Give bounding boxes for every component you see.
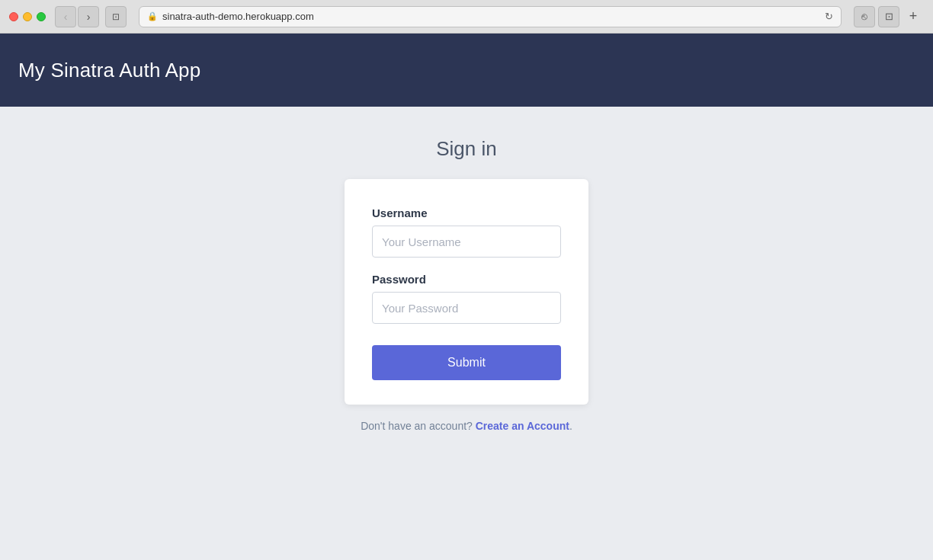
app-title: My Sinatra Auth App (18, 59, 200, 82)
address-bar[interactable]: 🔒 sinatra-auth-demo.herokuapp.com ↻ (139, 6, 842, 27)
sign-in-heading: Sign in (436, 137, 497, 161)
reader-view-button[interactable]: ⊡ (105, 6, 127, 27)
reload-button[interactable]: ↻ (825, 11, 833, 22)
back-button[interactable]: ‹ (55, 6, 76, 27)
add-tab-button[interactable]: + (903, 6, 924, 27)
forward-icon: › (87, 11, 91, 23)
submit-button[interactable]: Submit (372, 345, 561, 380)
username-group: Username (372, 206, 561, 258)
maximize-button[interactable] (37, 12, 46, 21)
share-icon: ⎋ (861, 11, 867, 22)
reader-icon: ⊡ (112, 11, 120, 22)
no-account-text: Don't have an account? (361, 420, 473, 432)
form-card: Username Password Submit (345, 179, 588, 405)
nav-buttons: ‹ › (55, 6, 99, 27)
period: . (569, 420, 572, 432)
username-label: Username (372, 206, 561, 219)
username-input[interactable] (372, 226, 561, 258)
close-button[interactable] (9, 12, 18, 21)
toolbar-right: ⎋ ⊡ + (854, 6, 924, 27)
tab-overview-button[interactable]: ⊡ (878, 6, 899, 27)
browser-chrome: ‹ › ⊡ 🔒 sinatra-auth-demo.herokuapp.com … (0, 0, 933, 34)
url-text: sinatra-auth-demo.herokuapp.com (162, 11, 314, 22)
password-group: Password (372, 273, 561, 324)
main-content: Sign in Username Password Submit Don't h… (0, 107, 933, 560)
minimize-button[interactable] (23, 12, 32, 21)
password-label: Password (372, 273, 561, 286)
page-wrapper: My Sinatra Auth App Sign in Username Pas… (0, 34, 933, 560)
below-card-text: Don't have an account? Create an Account… (361, 420, 572, 432)
back-icon: ‹ (64, 11, 68, 23)
lock-icon: 🔒 (147, 11, 158, 21)
forward-button[interactable]: › (78, 6, 99, 27)
tab-overview-icon: ⊡ (885, 11, 893, 22)
password-input[interactable] (372, 292, 561, 324)
create-account-link[interactable]: Create an Account (476, 420, 569, 432)
add-tab-icon: + (909, 8, 918, 24)
traffic-lights (9, 12, 46, 21)
app-header: My Sinatra Auth App (0, 34, 933, 107)
share-button[interactable]: ⎋ (854, 6, 875, 27)
